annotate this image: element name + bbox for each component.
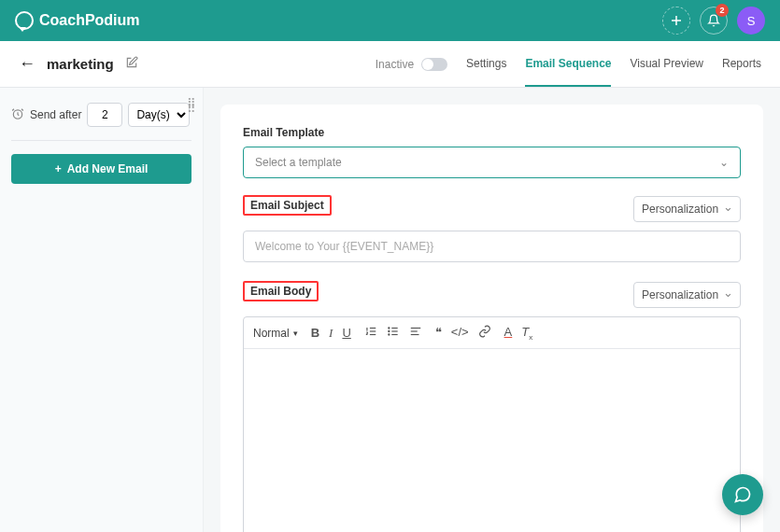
email-card: Email Template Select a template ⌄ Email… [220,105,763,532]
body-header-row: Email Body Personalization [243,281,741,309]
chat-icon [733,485,752,504]
email-body-label: Email Body [243,281,319,301]
email-template-label: Email Template [243,126,324,139]
underline-button[interactable]: U [342,326,350,341]
chevron-down-icon: ▾ [293,329,298,338]
tab-settings[interactable]: Settings [466,42,506,87]
notifications-button[interactable]: 2 [700,7,728,35]
edit-title-icon[interactable] [125,56,138,72]
top-header: CoachPodium 2 S [0,0,780,41]
pencil-icon [125,56,138,69]
status-toggle-group: Inactive [376,58,447,71]
plus-icon [671,15,682,26]
email-subject-input[interactable] [243,231,741,262]
email-subject-label: Email Subject [243,195,332,216]
template-placeholder: Select a template [255,156,342,169]
chevron-down-icon: ⌄ [719,156,729,169]
text-color-button[interactable]: A [504,325,513,342]
editor-content-area[interactable] [244,349,740,532]
avatar[interactable]: S [737,7,765,35]
plus-icon: + [55,162,62,175]
send-after-input[interactable] [87,103,122,127]
italic-button[interactable]: I [329,326,333,341]
status-label: Inactive [376,58,414,71]
tab-email-sequence[interactable]: Email Sequence [525,42,611,87]
add-button[interactable] [662,7,690,35]
status-toggle[interactable] [421,58,447,71]
tab-reports[interactable]: Reports [722,42,761,87]
clock-icon [11,107,24,123]
align-button[interactable] [409,325,422,341]
send-after-label: Send after [30,108,81,121]
notification-badge: 2 [716,4,729,17]
unordered-list-button[interactable] [387,325,400,341]
tab-visual-preview[interactable]: Visual Preview [630,42,702,87]
page-title: marketing [47,56,114,72]
rich-text-editor: Normal ▾ B I U ❝ </> [243,316,741,532]
svg-point-9 [389,334,390,335]
main-panel: Email Template Select a template ⌄ Email… [204,88,780,532]
subheader-right: Inactive Settings Email Sequence Visual … [376,42,761,87]
help-chat-fab[interactable] [722,474,763,515]
avatar-initial: S [747,14,756,28]
header-actions: 2 S [662,7,765,35]
sidebar: ⠿⠿ Send after Day(s) + Add New Email [0,88,204,532]
brand-logo[interactable]: CoachPodium [15,11,140,30]
link-button[interactable] [478,325,491,341]
brand-icon [15,11,34,30]
tab-bar: Settings Email Sequence Visual Preview R… [466,42,761,87]
sub-header: ← marketing Inactive Settings Email Sequ… [0,41,780,88]
subheader-left: ← marketing [19,54,138,74]
template-select[interactable]: Select a template ⌄ [243,147,741,178]
add-new-email-label: Add New Email [67,162,149,175]
quote-button[interactable]: ❝ [435,325,442,341]
bold-button[interactable]: B [311,326,319,341]
subject-personalization-select[interactable]: Personalization [633,196,741,222]
editor-toolbar: Normal ▾ B I U ❝ </> [244,317,740,349]
clear-format-button[interactable]: Tx [521,325,532,342]
back-arrow-icon[interactable]: ← [19,54,35,74]
add-new-email-button[interactable]: + Add New Email [11,154,191,184]
drag-handle-icon[interactable]: ⠿⠿ [187,101,197,112]
body: ⠿⠿ Send after Day(s) + Add New Email Ema… [0,88,780,532]
body-personalization-select[interactable]: Personalization [633,282,741,308]
ordered-list-button[interactable] [364,325,377,341]
subject-header-row: Email Subject Personalization [243,195,741,223]
svg-point-8 [389,330,390,331]
format-select[interactable]: Normal ▾ [253,327,298,340]
send-after-row: Send after Day(s) [11,103,191,141]
svg-point-7 [389,328,390,329]
code-button[interactable]: </> [451,325,469,341]
brand-name: CoachPodium [39,12,140,29]
send-after-unit-select[interactable]: Day(s) [128,103,190,127]
